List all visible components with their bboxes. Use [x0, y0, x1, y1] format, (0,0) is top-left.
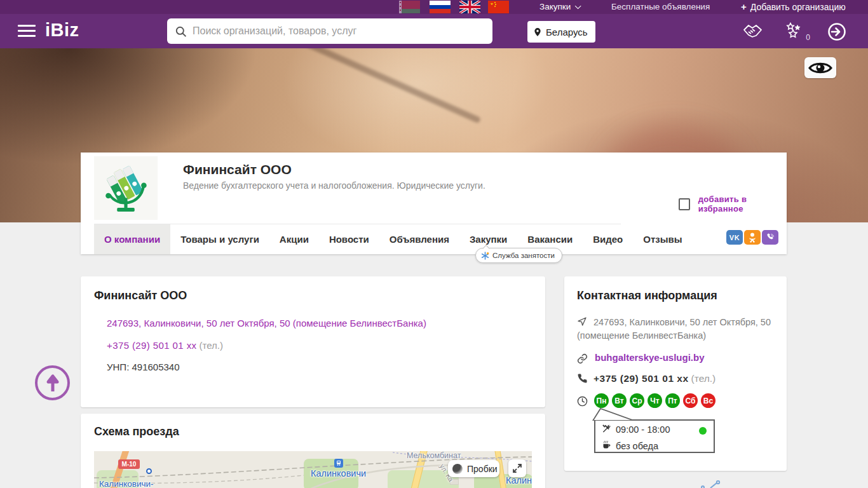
hours-callout-pointer [592, 408, 637, 421]
favorite-checkbox[interactable] [679, 198, 690, 210]
tools-icon [602, 424, 616, 436]
working-hours-box: 09:00 - 18:00 без обеда [594, 419, 715, 453]
about-card: Фининсайт ООО 247693, Калинковичи, 50 ле… [81, 276, 545, 407]
about-unp: УНП: 491605340 [107, 362, 180, 372]
about-phone-link[interactable]: +375 (29) 501 01 xx(тел.) [107, 340, 223, 351]
day-badge[interactable]: Чт [648, 393, 662, 408]
traffic-light-icon [452, 464, 463, 474]
eye-icon [808, 60, 832, 76]
day-badge[interactable]: Вс [701, 393, 715, 408]
clock-icon [577, 396, 588, 407]
day-badge[interactable]: Вт [612, 393, 627, 408]
map-fullscreen-button[interactable] [508, 459, 526, 477]
day-badge[interactable]: Пт [665, 393, 680, 408]
plus-icon: + [741, 1, 747, 12]
company-header-card: Фининсайт ООО Ведение бухгалтерского уче… [81, 152, 787, 254]
topbar-free-ads-link[interactable]: Бесплатные объявления [611, 0, 710, 14]
arrow-up-icon [44, 374, 61, 393]
contact-address: 247693, Калинковичи, 50 лет Октября, 50 … [577, 316, 774, 342]
flag-uk-icon[interactable] [459, 1, 480, 13]
traffic-button[interactable]: Пробки [448, 460, 499, 477]
hero-pen-shape [281, 48, 482, 124]
phone-note: (тел.) [199, 340, 222, 351]
viber-icon[interactable] [762, 230, 778, 245]
tab-ads[interactable]: Объявления [379, 224, 459, 254]
flag-china-icon[interactable] [488, 1, 509, 13]
topbar-add-organization-link[interactable]: +Добавить организацию [741, 0, 846, 14]
employment-service-tooltip: Служба занятости [475, 248, 562, 263]
flag-russia-icon[interactable] [430, 1, 451, 13]
coffee-icon [602, 440, 616, 452]
map-canvas[interactable]: М-10 Калинковичи Калинковичи- Мелькомбин… [94, 451, 532, 488]
social-buttons: VK [726, 230, 780, 245]
company-name: Фининсайт ООО [183, 162, 292, 177]
map-label-station: Калинковичи- [99, 479, 154, 488]
map-train-station-icon [334, 459, 343, 468]
navigation-arrow-icon [577, 316, 587, 327]
map-station-dot [146, 468, 152, 474]
company-description: Ведение бухгалтерского учета и налогообл… [183, 180, 485, 191]
about-address-link[interactable]: 247693, Калинковичи, 50 лет Октября, 50 … [107, 318, 426, 329]
map-label-mill: Мелькомбинат [407, 451, 461, 460]
open-now-dot [699, 427, 707, 435]
contact-card: Контактная информация 247693, Калинкович… [564, 276, 787, 471]
favorites-stars-icon[interactable]: 0 [785, 22, 804, 43]
page: Закупки Бесплатные объявления +Добавить … [0, 0, 868, 488]
site-logo[interactable]: iBiz [45, 20, 79, 41]
tab-news[interactable]: Новости [319, 224, 379, 254]
map-card: Схема проезда М-10 Калинковичи Кал [81, 414, 545, 488]
region-label: Беларусь [546, 27, 588, 37]
main-header: iBiz Беларусь 0 [0, 14, 868, 48]
day-badge[interactable]: Сб [683, 393, 698, 408]
day-badge[interactable]: Ср [630, 393, 644, 408]
edit-pencil-icon-partial[interactable] [698, 480, 723, 488]
accessibility-eye-button[interactable] [804, 57, 836, 78]
contact-title: Контактная информация [577, 289, 717, 302]
map-title: Схема проезда [94, 425, 179, 438]
contact-phone[interactable]: +375 (29) 501 01 xx(тел.) [593, 373, 715, 384]
tab-reviews[interactable]: Отзывы [633, 224, 692, 254]
favorites-count: 0 [806, 33, 810, 42]
hours-value: 09:00 - 18:00 [616, 424, 670, 435]
location-pin-icon [533, 27, 542, 37]
menu-hamburger-button[interactable] [18, 25, 36, 37]
search-bar [167, 18, 492, 44]
scroll-to-top-button[interactable] [35, 365, 70, 400]
working-days: Пн Вт Ср Чт Пт Сб Вс [594, 393, 719, 408]
about-title: Фининсайт ООО [94, 289, 187, 302]
region-selector-button[interactable]: Беларусь [527, 21, 595, 43]
day-badge[interactable]: Пн [594, 393, 609, 408]
vk-icon[interactable]: VK [726, 230, 743, 245]
topbar-zakupki-dropdown[interactable]: Закупки [539, 0, 579, 14]
tab-promotions[interactable]: Акции [269, 224, 319, 254]
map-road-badge: М-10 [118, 459, 140, 469]
contact-website-link[interactable]: buhgalterskye-uslugi.by [595, 352, 705, 363]
employment-service-icon [481, 252, 489, 260]
phone-note: (тел.) [691, 373, 716, 384]
link-icon [577, 353, 588, 364]
lunch-value: без обеда [616, 441, 658, 451]
add-to-favorites[interactable]: добавить в избранное [679, 194, 787, 214]
tab-products[interactable]: Товары и услуги [170, 224, 269, 254]
tab-about[interactable]: О компании [94, 224, 170, 254]
search-input[interactable] [193, 20, 492, 43]
company-logo [94, 156, 158, 220]
topbar: Закупки Бесплатные объявления +Добавить … [0, 0, 868, 14]
phone-icon [577, 373, 588, 384]
search-icon [175, 25, 187, 37]
odnoklassniki-icon[interactable] [744, 230, 761, 245]
map-label-city: Калинковичи [311, 468, 366, 478]
partners-handshake-icon[interactable] [742, 22, 764, 43]
favorite-label[interactable]: добавить в избранное [698, 194, 787, 214]
chevron-down-icon [575, 3, 581, 9]
login-icon[interactable] [827, 22, 846, 44]
flag-belarus-icon[interactable] [399, 1, 420, 13]
tab-video[interactable]: Видео [583, 224, 633, 254]
